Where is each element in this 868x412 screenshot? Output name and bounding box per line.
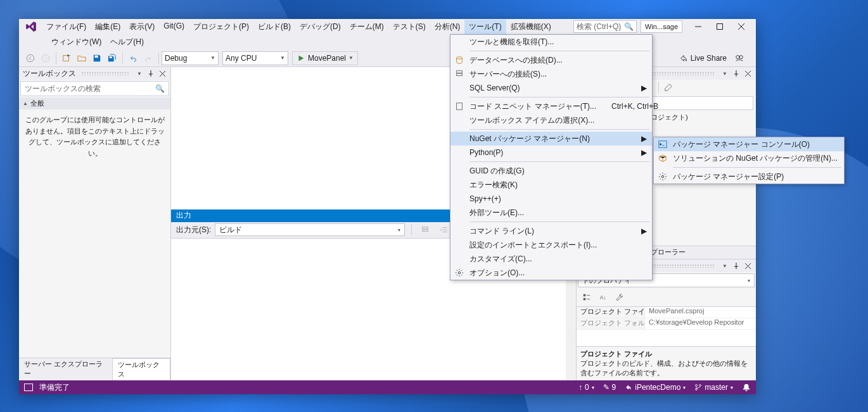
svg-point-6 bbox=[736, 55, 739, 58]
svg-rect-0 bbox=[717, 24, 723, 30]
prop-wrench-button[interactable] bbox=[612, 290, 627, 305]
menuitem-cmdline[interactable]: コマンド ライン(L)▶ bbox=[450, 224, 652, 238]
nav-fwd-button[interactable] bbox=[38, 51, 53, 66]
menuitem-sql-server[interactable]: SQL Server(Q)▶ bbox=[450, 81, 652, 95]
status-ready: 準備完了 bbox=[39, 382, 70, 393]
menu-file[interactable]: ファイル(F) bbox=[42, 20, 91, 34]
save-button[interactable] bbox=[89, 51, 105, 66]
gear-icon bbox=[658, 172, 668, 182]
status-window-icon[interactable] bbox=[24, 384, 33, 391]
menuitem-guid[interactable]: GUID の作成(G) bbox=[450, 164, 652, 178]
menu-extensions[interactable]: 拡張機能(X) bbox=[506, 20, 556, 34]
submenu-arrow-icon: ▶ bbox=[626, 84, 647, 92]
live-share-button[interactable]: Live Share bbox=[679, 54, 727, 63]
prop-row[interactable]: プロジェクト フォルダーC:¥storage¥Develop Repositor bbox=[577, 318, 756, 330]
pin-icon[interactable] bbox=[146, 69, 155, 78]
toolbox-group-header[interactable]: ▲ 全般 bbox=[19, 97, 170, 109]
feedback-button[interactable] bbox=[732, 51, 747, 66]
prop-row[interactable]: プロジェクト ファイルMovePanel.csproj bbox=[577, 307, 756, 318]
menu-edit[interactable]: 編集(E) bbox=[91, 20, 125, 34]
menu-debug[interactable]: デバッグ(D) bbox=[295, 20, 345, 34]
menuitem-nuget[interactable]: NuGet パッケージ マネージャー(N)▶ bbox=[450, 132, 652, 146]
close-icon[interactable] bbox=[158, 69, 167, 78]
tab-toolbox[interactable]: ツールボックス bbox=[112, 358, 170, 380]
new-project-button[interactable] bbox=[59, 51, 74, 66]
search-icon: 🔍 bbox=[155, 84, 165, 93]
svg-rect-9 bbox=[423, 230, 428, 232]
dropdown-icon[interactable]: ▼ bbox=[720, 261, 729, 270]
svg-point-1 bbox=[27, 54, 34, 61]
redo-button[interactable] bbox=[141, 51, 156, 66]
pin-icon[interactable] bbox=[732, 69, 741, 78]
menuitem-options[interactable]: オプション(O)... bbox=[450, 266, 652, 280]
tab-server-explorer[interactable]: サーバー エクスプローラー bbox=[19, 358, 112, 380]
close-icon[interactable] bbox=[743, 69, 752, 78]
quick-search-input[interactable]: 検索 (Ctrl+Q)🔍 bbox=[573, 20, 637, 33]
pin-icon[interactable] bbox=[732, 261, 741, 270]
menu-view[interactable]: 表示(V) bbox=[125, 20, 159, 34]
menu-build[interactable]: ビルド(B) bbox=[253, 20, 295, 34]
status-repo[interactable]: iPentecDemo ▾ bbox=[625, 383, 686, 392]
menuitem-pm-settings[interactable]: パッケージ マネージャー設定(P) bbox=[654, 170, 844, 184]
tools-dropdown: ツールと機能を取得(T)... データベースへの接続(D)... サーバーへの接… bbox=[450, 34, 653, 280]
toolbox-header: ツールボックス ▼ bbox=[19, 67, 170, 80]
svg-rect-21 bbox=[457, 71, 463, 73]
menuitem-db-connect[interactable]: データベースへの接続(D)... bbox=[450, 53, 652, 67]
menuitem-snippet[interactable]: コード スニペット マネージャー(T)...Ctrl+K, Ctrl+B bbox=[450, 99, 652, 113]
save-all-button[interactable] bbox=[105, 51, 120, 66]
menu-help[interactable]: ヘルプ(H) bbox=[106, 35, 148, 49]
output-source-combo[interactable]: ビルド▾ bbox=[215, 223, 405, 236]
start-debug-button[interactable]: MovePanel▼ bbox=[292, 51, 358, 65]
toolbox-search-input[interactable]: ツールボックスの検索🔍 bbox=[20, 81, 169, 96]
dropdown-icon[interactable]: ▼ bbox=[135, 69, 144, 78]
open-file-button[interactable] bbox=[74, 51, 89, 66]
status-bell-icon[interactable] bbox=[742, 383, 751, 392]
menu-tools[interactable]: ツール(T) bbox=[464, 20, 506, 34]
svg-point-26 bbox=[661, 175, 664, 178]
maximize-button[interactable] bbox=[709, 20, 731, 34]
dropdown-icon[interactable]: ▼ bbox=[720, 69, 729, 78]
svg-rect-23 bbox=[457, 103, 463, 110]
menu-git[interactable]: Git(G) bbox=[159, 20, 189, 34]
close-icon[interactable] bbox=[743, 261, 752, 270]
menu-analyze[interactable]: 分析(N) bbox=[430, 20, 465, 34]
prop-alpha-button[interactable]: A↓ bbox=[596, 290, 611, 305]
preview-tab[interactable]: Win...sage bbox=[641, 20, 682, 33]
menuitem-customize[interactable]: カスタマイズ(C)... bbox=[450, 252, 652, 266]
menuitem-external[interactable]: 外部ツール(E)... bbox=[450, 206, 652, 220]
undo-button[interactable] bbox=[125, 51, 141, 66]
svg-rect-5 bbox=[110, 56, 112, 58]
menuitem-python[interactable]: Python(P)▶ bbox=[450, 146, 652, 159]
output-find-button[interactable] bbox=[418, 222, 433, 237]
menu-team[interactable]: チーム(M) bbox=[345, 20, 388, 34]
status-publish[interactable]: ↑ 0 ▾ bbox=[578, 383, 594, 392]
close-button[interactable] bbox=[731, 20, 752, 34]
database-icon bbox=[454, 55, 464, 65]
menuitem-pm-console[interactable]: パッケージ マネージャー コンソール(O) bbox=[654, 137, 844, 151]
nav-back-button[interactable] bbox=[23, 51, 38, 66]
status-branch[interactable]: master ▾ bbox=[694, 383, 733, 392]
statusbar: 準備完了 ↑ 0 ▾ ✎ 9 iPentecDemo ▾ master ▾ bbox=[19, 380, 756, 394]
menu-test[interactable]: テスト(S) bbox=[388, 20, 430, 34]
platform-combo[interactable]: Any CPU▼ bbox=[222, 51, 288, 65]
menuitem-import-export[interactable]: 設定のインポートとエクスポート(I)... bbox=[450, 238, 652, 252]
toolbox-empty-text: このグループには使用可能なコントロールがありません。項目をこのテキスト上にドラッ… bbox=[19, 109, 170, 164]
menu-project[interactable]: プロジェクト(P) bbox=[189, 20, 253, 34]
menuitem-spy[interactable]: Spy++(+) bbox=[450, 192, 652, 206]
menu-window[interactable]: ウィンドウ(W) bbox=[47, 35, 106, 49]
config-combo[interactable]: Debug▼ bbox=[162, 51, 219, 65]
menuitem-manage-nuget[interactable]: ソリューションの NuGet パッケージの管理(N)... bbox=[654, 151, 844, 165]
properties-grid: プロジェクト ファイルMovePanel.csproj プロジェクト フォルダー… bbox=[577, 306, 756, 330]
menuitem-server-connect[interactable]: サーバーへの接続(S)... bbox=[450, 67, 652, 81]
svg-point-19 bbox=[699, 385, 701, 387]
minimize-button[interactable] bbox=[687, 20, 709, 34]
prop-categorized-button[interactable] bbox=[579, 290, 594, 305]
sol-properties-button[interactable] bbox=[661, 80, 675, 95]
svg-point-2 bbox=[42, 54, 49, 61]
menuitem-error-lookup[interactable]: エラー検索(K) bbox=[450, 178, 652, 192]
status-errors[interactable]: ✎ 9 bbox=[603, 383, 616, 392]
left-tabstrip: サーバー エクスプローラー ツールボックス bbox=[19, 358, 170, 380]
vs-main-window: ファイル(F) 編集(E) 表示(V) Git(G) プロジェクト(P) ビルド… bbox=[19, 19, 756, 394]
menuitem-toolbox-items[interactable]: ツールボックス アイテムの選択(X)... bbox=[450, 113, 652, 127]
menuitem-get-tools[interactable]: ツールと機能を取得(T)... bbox=[450, 35, 652, 49]
